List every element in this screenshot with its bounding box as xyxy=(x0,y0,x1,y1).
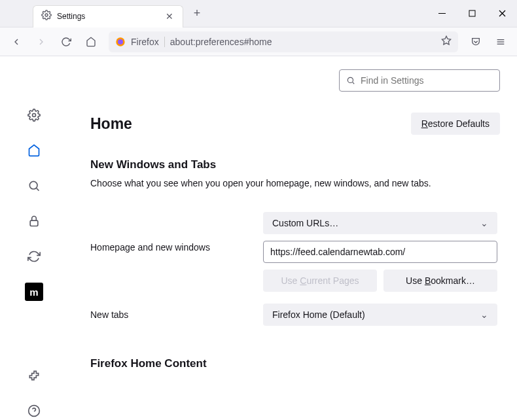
close-tab-icon[interactable]: ✕ xyxy=(164,11,175,22)
new-tab-button[interactable]: + xyxy=(187,4,207,24)
section-new-windows-desc: Choose what you see when you open your h… xyxy=(90,178,500,188)
menu-button[interactable] xyxy=(490,31,512,53)
svg-point-6 xyxy=(118,39,123,44)
sidebar-item-search[interactable] xyxy=(25,177,43,195)
minimize-button[interactable] xyxy=(427,1,457,27)
find-in-settings-input[interactable] xyxy=(361,75,493,86)
address-text: about:preferences#home xyxy=(170,37,436,47)
home-button[interactable] xyxy=(80,31,102,53)
use-current-pages-button[interactable]: Use Current Pages xyxy=(263,270,377,292)
firefox-icon xyxy=(115,37,126,47)
close-window-button[interactable] xyxy=(487,1,517,27)
homepage-label: Homepage and new windows xyxy=(90,212,263,253)
svg-rect-2 xyxy=(469,10,475,16)
content-area: m Home Restore Defaults New Windows and … xyxy=(0,56,517,420)
svg-line-18 xyxy=(353,82,355,84)
svg-rect-14 xyxy=(30,220,38,226)
page-title: Home xyxy=(90,115,132,133)
svg-point-12 xyxy=(29,181,37,189)
search-icon xyxy=(346,76,355,85)
section-new-windows-title: New Windows and Tabs xyxy=(90,158,500,171)
select-value: Firefox Home (Default) xyxy=(272,309,365,320)
svg-point-11 xyxy=(33,114,36,117)
sidebar-item-extensions[interactable] xyxy=(25,366,43,385)
select-value: Custom URLs… xyxy=(272,218,338,228)
tab-title: Settings xyxy=(57,12,159,21)
sidebar-item-general[interactable] xyxy=(25,106,43,124)
svg-marker-7 xyxy=(442,36,450,44)
svg-point-0 xyxy=(45,14,48,16)
forward-button[interactable] xyxy=(30,31,52,53)
bookmark-star-icon[interactable] xyxy=(441,35,452,48)
maximize-button[interactable] xyxy=(457,1,487,27)
svg-line-13 xyxy=(37,188,39,191)
gear-icon xyxy=(41,10,52,23)
svg-point-17 xyxy=(348,77,353,82)
back-button[interactable] xyxy=(5,31,27,53)
reload-button[interactable] xyxy=(55,31,77,53)
settings-main: Home Restore Defaults New Windows and Ta… xyxy=(68,56,517,420)
sidebar-item-help[interactable] xyxy=(25,402,43,420)
newtabs-select[interactable]: Firefox Home (Default) ⌄ xyxy=(263,304,497,326)
sidebar-item-home[interactable] xyxy=(25,141,43,160)
chevron-down-icon: ⌄ xyxy=(480,309,488,320)
use-bookmark-button[interactable]: Use Bookmark… xyxy=(383,270,497,292)
section-firefox-home-title: Firefox Home Content xyxy=(90,357,500,370)
settings-sidebar: m xyxy=(0,56,68,420)
find-in-settings[interactable] xyxy=(339,69,500,92)
identity-label: Firefox xyxy=(131,37,165,47)
sidebar-item-sync[interactable] xyxy=(25,247,43,266)
newtabs-label: New tabs xyxy=(90,309,263,320)
window-controls xyxy=(427,1,517,27)
homepage-mode-select[interactable]: Custom URLs… ⌄ xyxy=(263,212,497,234)
sidebar-item-mozilla[interactable]: m xyxy=(25,283,43,301)
nav-toolbar: Firefox about:preferences#home xyxy=(0,27,517,56)
restore-defaults-button[interactable]: Restore Defaults xyxy=(411,113,500,135)
titlebar: Settings ✕ + xyxy=(0,0,517,27)
chevron-down-icon: ⌄ xyxy=(480,218,488,228)
homepage-url-input[interactable] xyxy=(263,241,497,263)
url-bar[interactable]: Firefox about:preferences#home xyxy=(109,31,458,52)
pocket-icon[interactable] xyxy=(465,31,487,53)
sidebar-item-privacy[interactable] xyxy=(25,212,43,230)
browser-tab[interactable]: Settings ✕ xyxy=(33,5,183,27)
